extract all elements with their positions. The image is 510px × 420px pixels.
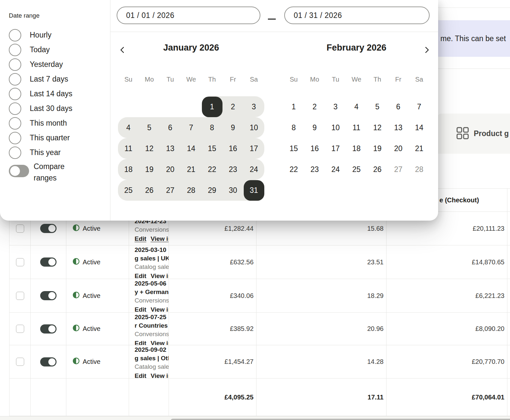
calendar-day[interactable]: 22: [283, 159, 304, 180]
calendar-day[interactable]: 28: [409, 159, 430, 180]
calendar-day[interactable]: 2: [304, 96, 325, 117]
edit-link[interactable]: Edit: [135, 235, 146, 242]
calendar-day[interactable]: 23: [222, 159, 243, 180]
row-checkbox[interactable]: [16, 292, 24, 300]
calendar-day[interactable]: 7: [181, 117, 202, 138]
calendar-day[interactable]: 25: [346, 159, 367, 180]
calendar-day[interactable]: 18: [346, 138, 367, 159]
edit-link[interactable]: Edit: [135, 372, 146, 379]
date-range-option-last-30-days[interactable]: Last 30 days: [9, 101, 72, 116]
view-link[interactable]: View in: [151, 372, 169, 379]
calendar-day[interactable]: 8: [202, 117, 222, 138]
calendar-day[interactable]: 27: [388, 159, 409, 180]
date-range-option-last-14-days[interactable]: Last 14 days: [9, 86, 72, 101]
tab-product-groups[interactable]: Product g: [456, 114, 509, 154]
view-link[interactable]: View in: [151, 340, 169, 345]
calendar-day[interactable]: 12: [367, 117, 388, 138]
calendar-day[interactable]: 24: [325, 159, 346, 180]
row-checkbox[interactable]: [16, 225, 24, 233]
date-range-option-last-7-days[interactable]: Last 7 days: [9, 72, 72, 86]
edit-link[interactable]: Edit: [135, 272, 146, 279]
calendar-day[interactable]: 31: [243, 180, 264, 201]
date-range-option-this-quarter[interactable]: This quarter: [9, 131, 72, 145]
row-checkbox[interactable]: [16, 358, 24, 366]
row-toggle[interactable]: [40, 357, 57, 366]
radio-button[interactable]: [9, 132, 21, 144]
calendar-day[interactable]: 14: [409, 117, 430, 138]
calendar-day[interactable]: 28: [181, 180, 202, 201]
calendar-day[interactable]: 23: [304, 159, 325, 180]
calendar-day[interactable]: 29: [202, 180, 222, 201]
calendar-day[interactable]: 13: [160, 138, 181, 159]
calendar-day[interactable]: 10: [243, 117, 264, 138]
horizontal-scrollbar-thumb[interactable]: [171, 419, 510, 420]
date-range-option-hourly[interactable]: Hourly: [9, 28, 72, 42]
radio-button[interactable]: [9, 102, 21, 115]
calendar-day[interactable]: 1: [202, 96, 222, 117]
calendar-day[interactable]: 6: [160, 117, 181, 138]
start-date-input[interactable]: 01 / 01 / 2026: [117, 7, 260, 24]
calendar-day[interactable]: 20: [160, 159, 181, 180]
date-range-option-this-year[interactable]: This year: [9, 145, 72, 160]
calendar-day[interactable]: 11: [118, 138, 139, 159]
end-date-input[interactable]: 01 / 31 / 2026: [284, 7, 430, 24]
calendar-day[interactable]: 2: [222, 96, 243, 117]
calendar-day[interactable]: 4: [346, 96, 367, 117]
row-toggle[interactable]: [40, 324, 57, 334]
calendar-day[interactable]: 26: [367, 159, 388, 180]
calendar-day[interactable]: 15: [202, 138, 222, 159]
edit-link[interactable]: Edit: [135, 340, 146, 345]
row-toggle[interactable]: [40, 257, 57, 267]
calendar-day[interactable]: 4: [118, 117, 139, 138]
calendar-day[interactable]: 17: [325, 138, 346, 159]
row-toggle[interactable]: [40, 224, 57, 233]
view-link[interactable]: View in: [151, 306, 169, 313]
radio-button[interactable]: [9, 44, 21, 56]
date-range-option-yesterday[interactable]: Yesterday: [9, 57, 72, 72]
row-checkbox[interactable]: [16, 325, 24, 333]
calendar-day[interactable]: 19: [367, 138, 388, 159]
calendar-day[interactable]: 18: [118, 159, 139, 180]
calendar-day[interactable]: 13: [388, 117, 409, 138]
calendar-day[interactable]: 27: [160, 180, 181, 201]
date-range-option-today[interactable]: Today: [9, 42, 72, 57]
radio-button[interactable]: [9, 147, 21, 159]
edit-link[interactable]: Edit: [135, 306, 146, 313]
row-toggle[interactable]: [40, 291, 57, 300]
calendar-day[interactable]: 16: [222, 138, 243, 159]
calendar-day[interactable]: 8: [283, 117, 304, 138]
calendar-day[interactable]: 25: [118, 180, 139, 201]
calendar-day[interactable]: 12: [139, 138, 160, 159]
calendar-day[interactable]: 9: [304, 117, 325, 138]
view-link[interactable]: View in: [151, 235, 169, 242]
calendar-day[interactable]: 6: [388, 96, 409, 117]
calendar-day[interactable]: 14: [181, 138, 202, 159]
radio-button[interactable]: [9, 58, 21, 71]
calendar-day[interactable]: 3: [243, 96, 264, 117]
radio-button[interactable]: [9, 88, 21, 100]
calendar-day[interactable]: 3: [325, 96, 346, 117]
calendar-day[interactable]: 15: [283, 138, 304, 159]
view-link[interactable]: View in: [151, 272, 169, 279]
compare-ranges-toggle[interactable]: [9, 165, 29, 177]
radio-button[interactable]: [9, 29, 21, 41]
calendar-day[interactable]: 17: [243, 138, 264, 159]
calendar-day[interactable]: 26: [139, 180, 160, 201]
calendar-day[interactable]: 21: [181, 159, 202, 180]
calendar-day[interactable]: 10: [325, 117, 346, 138]
calendar-day[interactable]: 1: [283, 96, 304, 117]
row-checkbox[interactable]: [16, 258, 24, 266]
calendar-day[interactable]: 16: [304, 138, 325, 159]
calendar-day[interactable]: 5: [139, 117, 160, 138]
calendar-day[interactable]: 11: [346, 117, 367, 138]
calendar-day[interactable]: 21: [409, 138, 430, 159]
calendar-day[interactable]: 20: [388, 138, 409, 159]
calendar-day[interactable]: 7: [409, 96, 430, 117]
calendar-day[interactable]: 30: [222, 180, 243, 201]
calendar-day[interactable]: 9: [222, 117, 243, 138]
calendar-day[interactable]: 5: [367, 96, 388, 117]
calendar-day[interactable]: 24: [243, 159, 264, 180]
date-range-option-this-month[interactable]: This month: [9, 116, 72, 131]
radio-button[interactable]: [9, 73, 21, 86]
calendar-day[interactable]: 22: [202, 159, 222, 180]
